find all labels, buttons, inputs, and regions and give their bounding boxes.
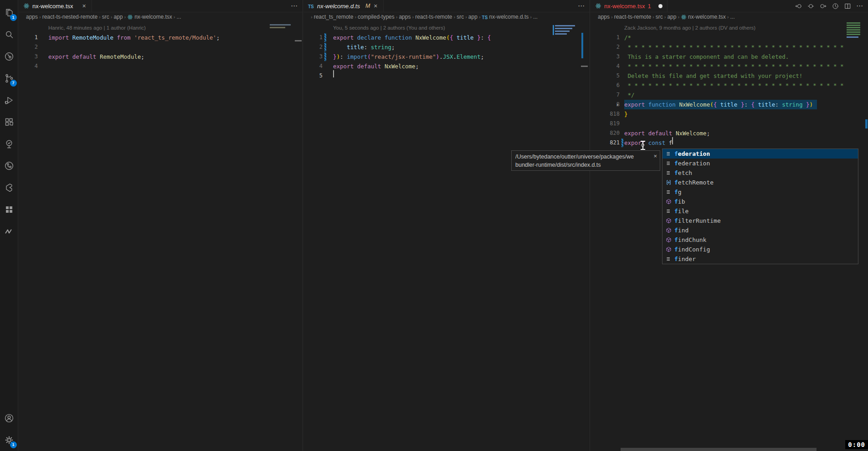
suggest-item[interactable]: fetchRemote [663, 178, 858, 187]
breadcrumb-item[interactable]: src [457, 14, 464, 20]
code-line[interactable]: 4 * * * * * * * * * * * * * * * * * * * … [591, 62, 868, 71]
suggest-item[interactable]: finder [663, 254, 858, 264]
tab-close-icon[interactable]: × [373, 2, 378, 10]
breadcrumb-item[interactable]: compiled-types [358, 14, 395, 20]
code-line[interactable]: 7 */ [591, 90, 868, 100]
code-line[interactable]: 1/* [591, 33, 868, 42]
code-line[interactable]: 5 [303, 71, 590, 81]
minimap[interactable] [555, 28, 572, 29]
minimap[interactable] [847, 29, 860, 31]
suggest-item[interactable]: fetch [663, 168, 858, 178]
activity-bar-item[interactable] [0, 407, 18, 429]
code-editor[interactable]: Hanric, 48 minutes ago | 1 author (Hanri… [19, 21, 303, 71]
activity-bar-item[interactable] [0, 199, 18, 220]
history-icon[interactable] [832, 2, 839, 10]
breadcrumb-item[interactable]: ... [177, 14, 181, 20]
editor-tab[interactable]: TS nx-welcome.d.ts M × [303, 0, 384, 12]
breadcrumb-item[interactable]: app [113, 14, 123, 20]
suggest-item[interactable]: findChunk [663, 235, 858, 245]
minimap[interactable] [847, 36, 858, 38]
breadcrumb-item[interactable]: src [102, 14, 109, 20]
minimap[interactable] [270, 27, 285, 28]
code-line[interactable]: 8›export function NxWelcome({ title }: {… [591, 100, 868, 109]
minimap[interactable] [555, 31, 570, 32]
suggest-label: fib [674, 198, 685, 205]
activity-bar-item[interactable] [0, 220, 18, 242]
activity-bar-item[interactable]: 1 [0, 2, 18, 24]
code-line[interactable]: 2 title: string; [303, 42, 590, 52]
breadcrumb-item[interactable]: react_ts_remote [314, 14, 354, 20]
minimap[interactable] [847, 25, 860, 26]
breadcrumb-item[interactable]: apps [26, 14, 38, 20]
activity-bar-item[interactable]: 7 [0, 67, 18, 89]
activity-bar-item[interactable] [0, 24, 18, 46]
editor-tab[interactable]: nx-welcome.tsx × [19, 0, 92, 12]
code-editor[interactable]: You, 5 seconds ago | 2 authors (You and … [303, 21, 590, 81]
code-line[interactable]: 820export default NxWelcome; [591, 128, 868, 138]
suggest-item[interactable]: fg [663, 187, 858, 197]
breadcrumb-item[interactable]: TSnx-welcome.d.ts [482, 14, 529, 20]
suggest-item[interactable]: federation [663, 149, 858, 159]
code-line[interactable]: 4export default NxWelcome; [303, 62, 590, 71]
code-line[interactable]: 4 [19, 62, 303, 71]
breadcrumb-item[interactable]: ... [730, 14, 734, 20]
suggest-item[interactable]: filterRuntime [663, 216, 858, 226]
activity-bar-item[interactable] [0, 111, 18, 133]
breadcrumb-item[interactable]: react-ts-remote [415, 14, 452, 20]
code-line[interactable]: 5 Delete this file and get started with … [591, 71, 868, 81]
nav-forward-icon[interactable] [819, 2, 827, 10]
minimap[interactable] [847, 27, 860, 28]
fold-chevron-icon[interactable]: › [616, 100, 619, 109]
breadcrumb-item[interactable]: ... [533, 14, 538, 20]
code-line[interactable]: 3 This is a starter component and can be… [591, 52, 868, 62]
activity-bar-item[interactable] [0, 46, 18, 67]
code-line[interactable]: 3}): import("react/jsx-runtime").JSX.Ele… [303, 52, 590, 62]
code-line[interactable]: 3export default RemoteModule; [19, 52, 303, 62]
activity-bar-item[interactable]: 1 [0, 429, 18, 451]
minimap[interactable] [555, 33, 567, 35]
breadcrumb-item[interactable]: react-ts-nested-remote [42, 14, 98, 20]
horizontal-scrollbar[interactable] [621, 448, 817, 451]
code-line[interactable]: 818} [591, 109, 868, 119]
split-editor-icon[interactable] [844, 2, 852, 10]
minimap[interactable] [270, 24, 291, 26]
breadcrumb-item[interactable]: nx-welcome.tsx [681, 14, 726, 20]
breadcrumb-item[interactable]: apps [399, 14, 411, 20]
code-line[interactable]: 1import RemoteModule from 'react_ts_remo… [19, 33, 303, 42]
breadcrumb-item[interactable]: apps [598, 14, 610, 20]
more-actions-icon[interactable]: ⋯ [856, 2, 863, 10]
tab-close-icon[interactable]: × [82, 2, 87, 10]
nav-dot-icon[interactable] [807, 2, 815, 10]
suggest-item[interactable]: find [663, 226, 858, 235]
breadcrumb-item[interactable]: react-ts-remote [614, 14, 651, 20]
tooltip-close-icon[interactable]: × [653, 152, 657, 160]
breadcrumb-item[interactable]: app [667, 14, 676, 20]
minimap[interactable] [847, 34, 860, 35]
activity-bar-item[interactable] [0, 155, 18, 177]
activity-bar-item[interactable] [0, 177, 18, 199]
more-actions-icon[interactable]: ⋯ [578, 2, 585, 10]
suggest-item[interactable]: federation [663, 159, 858, 168]
code-line[interactable]: 819 [591, 119, 868, 128]
breadcrumb-item[interactable]: src [656, 14, 663, 20]
suggest-item[interactable]: file [663, 206, 858, 216]
breadcrumb-item[interactable]: app [468, 14, 478, 20]
code-line[interactable]: 2 [19, 42, 303, 52]
activity-bar-item[interactable] [0, 89, 18, 111]
minimap[interactable] [555, 25, 575, 26]
activity-bar-item[interactable] [0, 133, 18, 155]
editor-tab[interactable]: nx-welcome.tsx 1 [591, 0, 668, 12]
minimap[interactable] [847, 31, 860, 33]
tab-dirty-dot-icon[interactable] [658, 4, 663, 8]
code-line[interactable]: 2 * * * * * * * * * * * * * * * * * * * … [591, 42, 868, 52]
minimap[interactable] [847, 22, 860, 24]
suggest-item[interactable]: findConfig [663, 245, 858, 254]
more-actions-icon[interactable]: ⋯ [291, 2, 298, 10]
suggest-item[interactable]: fib [663, 197, 858, 206]
code-editor[interactable]: Zack Jackson, 9 months ago | 2 authors (… [591, 21, 868, 148]
code-line[interactable]: 821export const f [591, 138, 868, 148]
code-line[interactable]: 1export declare function NxWelcome({ tit… [303, 33, 590, 42]
nav-back-icon[interactable] [795, 2, 802, 10]
code-line[interactable]: 6 * * * * * * * * * * * * * * * * * * * … [591, 81, 868, 90]
breadcrumb-item[interactable]: nx-welcome.tsx [127, 14, 172, 20]
